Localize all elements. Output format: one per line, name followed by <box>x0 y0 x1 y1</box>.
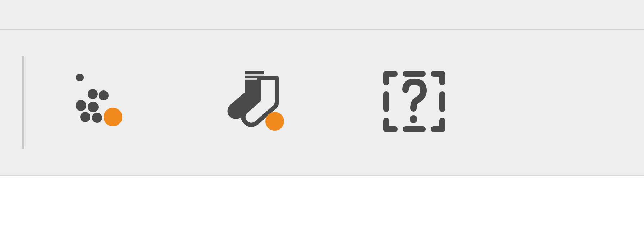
svg-rect-8 <box>245 74 264 76</box>
toolbar <box>0 30 644 176</box>
toolbar-divider <box>22 56 24 149</box>
svg-point-2 <box>99 90 109 100</box>
svg-point-6 <box>92 113 102 123</box>
unknown-region-icon <box>375 63 454 142</box>
svg-point-3 <box>76 100 86 111</box>
svg-point-0 <box>76 74 84 81</box>
svg-point-10 <box>265 112 284 131</box>
svg-point-11 <box>410 115 417 123</box>
socks-icon <box>216 63 296 142</box>
scatter-tool-button[interactable] <box>58 63 137 142</box>
pair-socks-tool-button[interactable] <box>216 63 296 142</box>
unknown-region-tool-button[interactable] <box>375 63 454 142</box>
svg-point-1 <box>88 89 98 99</box>
svg-point-7 <box>104 108 122 126</box>
scatter-icon <box>58 63 137 142</box>
svg-point-5 <box>80 112 90 122</box>
top-spacer <box>0 0 644 30</box>
svg-point-4 <box>88 102 99 112</box>
